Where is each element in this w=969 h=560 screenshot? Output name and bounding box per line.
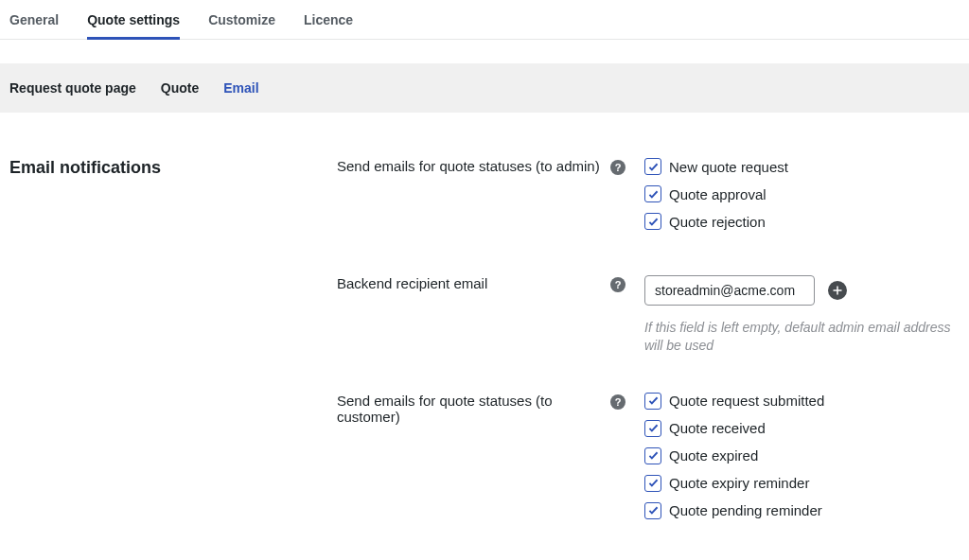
field-label-admin-statuses: Send emails for quote statuses (to admin…: [337, 158, 600, 174]
tab-general[interactable]: General: [9, 7, 59, 40]
checkbox-icon: [644, 420, 661, 437]
checkbox-icon: [644, 213, 661, 230]
checkbox-quote-rejection[interactable]: Quote rejection: [644, 213, 960, 230]
checkbox-label: Quote expired: [669, 447, 758, 464]
subtab-quote[interactable]: Quote: [161, 80, 199, 96]
tab-licence[interactable]: Licence: [304, 7, 353, 40]
checkbox-label: Quote expiry reminder: [669, 475, 809, 491]
subtab-email[interactable]: Email: [223, 80, 258, 96]
checkbox-quote-request-submitted[interactable]: Quote request submitted: [644, 393, 960, 410]
primary-tabs: General Quote settings Customize Licence: [0, 0, 969, 40]
checkbox-icon: [644, 185, 661, 202]
tab-customize[interactable]: Customize: [208, 7, 275, 40]
checkbox-new-quote-request[interactable]: New quote request: [644, 158, 960, 175]
secondary-tabs: Request quote page Quote Email: [0, 63, 969, 113]
plus-icon: [832, 285, 843, 296]
checkbox-quote-received[interactable]: Quote received: [644, 420, 960, 437]
section-title: Email notifications: [9, 158, 337, 519]
checkbox-label: Quote request submitted: [669, 393, 824, 409]
checkbox-icon: [644, 475, 661, 492]
checkbox-quote-pending-reminder[interactable]: Quote pending reminder: [644, 502, 960, 519]
checkbox-icon: [644, 447, 661, 464]
admin-status-checkbox-list: New quote request Quote approval Quote r…: [644, 158, 960, 230]
add-email-button[interactable]: [828, 281, 847, 300]
backend-email-helper-text: If this field is left empty, default adm…: [644, 319, 960, 355]
checkbox-label: Quote rejection: [669, 214, 766, 230]
checkbox-label: New quote request: [669, 159, 788, 175]
help-icon[interactable]: ?: [610, 394, 625, 410]
subtab-request-quote-page[interactable]: Request quote page: [9, 80, 136, 96]
checkbox-label: Quote received: [669, 420, 766, 436]
checkbox-quote-expiry-reminder[interactable]: Quote expiry reminder: [644, 475, 960, 492]
checkbox-icon: [644, 502, 661, 519]
help-icon[interactable]: ?: [610, 277, 625, 292]
help-icon[interactable]: ?: [610, 160, 625, 175]
backend-recipient-email-input[interactable]: [644, 275, 815, 306]
tab-quote-settings[interactable]: Quote settings: [87, 7, 180, 40]
checkbox-quote-expired[interactable]: Quote expired: [644, 447, 960, 464]
checkbox-label: Quote approval: [669, 186, 766, 202]
checkbox-icon: [644, 393, 661, 410]
checkbox-icon: [644, 158, 661, 175]
field-label-customer-statuses: Send emails for quote statuses (to custo…: [337, 393, 610, 425]
checkbox-label: Quote pending reminder: [669, 502, 822, 518]
field-label-backend-email: Backend recipient email: [337, 275, 487, 291]
checkbox-quote-approval[interactable]: Quote approval: [644, 185, 960, 202]
customer-status-checkbox-list: Quote request submitted Quote received Q…: [644, 393, 960, 519]
